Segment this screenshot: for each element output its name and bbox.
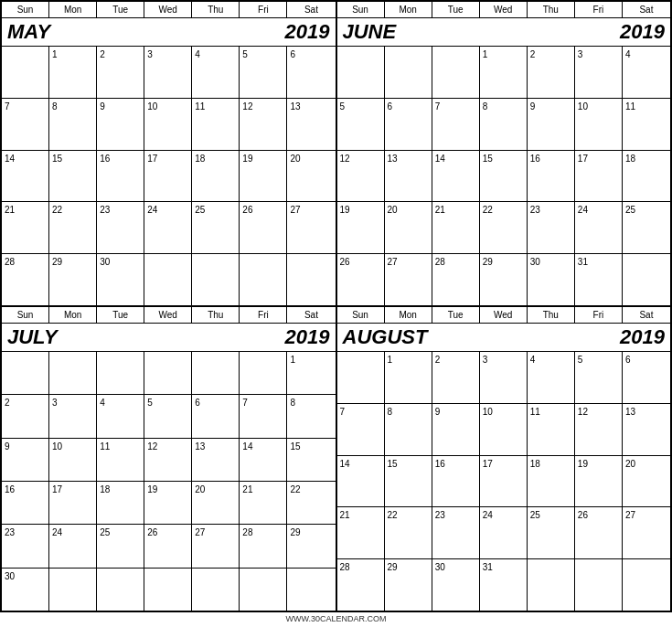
july-day-cell: 3: [49, 395, 97, 437]
july-day-cell: [97, 569, 144, 611]
july-day-cell: [144, 569, 192, 611]
june-week-1: 567891011: [337, 99, 671, 151]
may-day-cell: [192, 254, 240, 305]
august-header-row: SunMonTueWedThuFriSat: [337, 307, 671, 324]
may-header-row: SunMonTueWedThuFriSat: [2, 2, 336, 18]
july-day-label: Tue: [97, 307, 144, 323]
july-day-cell: [287, 569, 335, 611]
may-day-label: Thu: [192, 2, 240, 17]
july-day-cell: 20: [192, 482, 240, 524]
may-day-cell: 12: [240, 99, 287, 150]
august-day-cell: 18: [528, 456, 575, 507]
may-day-cell: 14: [2, 151, 49, 202]
july-day-cell: 17: [49, 482, 97, 524]
july-day-cell: 28: [240, 525, 287, 567]
june-day-cell: 10: [575, 99, 623, 150]
august-day-cell: 9: [432, 404, 480, 455]
july-day-cell: 1: [287, 352, 335, 394]
august-day-cell: 22: [385, 507, 432, 558]
july-day-cell: 11: [97, 439, 144, 481]
june-day-cell: 25: [623, 202, 670, 253]
june-year: 2019: [620, 22, 665, 42]
august-week-2: 14151617181920: [337, 456, 671, 508]
june-day-cell: 27: [385, 254, 432, 305]
july-day-cell: 2: [2, 395, 49, 437]
may-day-cell: 19: [240, 151, 287, 202]
august-day-label: Tue: [432, 307, 480, 323]
june-day-cell: 6: [385, 99, 432, 150]
june-day-cell: 11: [623, 99, 670, 150]
august-day-cell: 19: [575, 456, 623, 507]
july-year: 2019: [285, 327, 330, 347]
august-day-cell: 10: [480, 404, 528, 455]
july-header-row: SunMonTueWedThuFriSat: [2, 307, 336, 324]
august-day-cell: 4: [528, 352, 575, 403]
july-week-2: 9101112131415: [2, 439, 336, 482]
july-day-label: Thu: [192, 307, 240, 323]
may-day-cell: 25: [192, 202, 240, 253]
august-day-label: Thu: [528, 307, 575, 323]
may-day-cell: [2, 47, 49, 98]
july-day-cell: 6: [192, 395, 240, 437]
june-day-cell: 21: [432, 202, 480, 253]
august-day-cell: [575, 559, 623, 611]
june-day-cell: [623, 254, 670, 305]
may-day-cell: 18: [192, 151, 240, 202]
august-day-cell: 3: [480, 352, 528, 403]
august-day-cell: [337, 352, 385, 403]
july-day-cell: [240, 352, 287, 394]
june-week-3: 19202122232425: [337, 202, 671, 254]
may-day-cell: 10: [144, 99, 192, 150]
july-day-cell: 12: [144, 439, 192, 481]
august-day-cell: 25: [528, 507, 575, 558]
august-day-cell: 26: [575, 507, 623, 558]
august-day-label: Wed: [480, 307, 528, 323]
june-day-cell: 18: [623, 151, 670, 202]
july-day-label: Sat: [287, 307, 335, 323]
may-week-2: 14151617181920: [2, 151, 336, 203]
june-week-2: 12131415161718: [337, 151, 671, 203]
june-day-label: Tue: [432, 2, 480, 17]
may-day-cell: 20: [287, 151, 335, 202]
may-day-cell: 8: [49, 99, 97, 150]
august-week-4: 28293031: [337, 559, 671, 611]
may-day-cell: 24: [144, 202, 192, 253]
may-day-label: Sun: [2, 2, 49, 17]
may-day-label: Tue: [97, 2, 144, 17]
july-day-cell: 25: [97, 525, 144, 567]
may-day-cell: 29: [49, 254, 97, 305]
june-day-cell: 19: [337, 202, 385, 253]
calendar-may: SunMonTueWedThuFriSatMAY2019123456789101…: [1, 1, 336, 306]
may-day-cell: [144, 254, 192, 305]
june-day-cell: 5: [337, 99, 385, 150]
july-day-cell: [49, 569, 97, 611]
july-day-cell: 7: [240, 395, 287, 437]
june-day-cell: [337, 47, 385, 98]
june-day-cell: 30: [528, 254, 575, 305]
august-day-cell: 14: [337, 456, 385, 507]
may-day-cell: 28: [2, 254, 49, 305]
calendar-august: SunMonTueWedThuFriSatAUGUST2019123456789…: [336, 306, 672, 611]
june-day-cell: 17: [575, 151, 623, 202]
may-year: 2019: [285, 22, 330, 42]
august-title-row: AUGUST2019: [337, 324, 671, 352]
august-day-cell: 31: [480, 559, 528, 611]
june-day-cell: 3: [575, 47, 623, 98]
june-day-cell: 15: [480, 151, 528, 202]
july-day-cell: 8: [287, 395, 335, 437]
june-day-cell: 13: [385, 151, 432, 202]
june-day-cell: 7: [432, 99, 480, 150]
july-day-cell: 15: [287, 439, 335, 481]
august-day-cell: 16: [432, 456, 480, 507]
july-day-cell: [144, 352, 192, 394]
july-day-cell: 30: [2, 569, 49, 611]
august-day-cell: 6: [623, 352, 670, 403]
may-day-cell: 26: [240, 202, 287, 253]
june-header-row: SunMonTueWedThuFriSat: [337, 2, 671, 18]
june-day-cell: 29: [480, 254, 528, 305]
august-day-cell: 29: [385, 559, 432, 611]
july-day-cell: [2, 352, 49, 394]
august-week-3: 21222324252627: [337, 507, 671, 559]
june-day-cell: 1: [480, 47, 528, 98]
july-day-cell: 4: [97, 395, 144, 437]
